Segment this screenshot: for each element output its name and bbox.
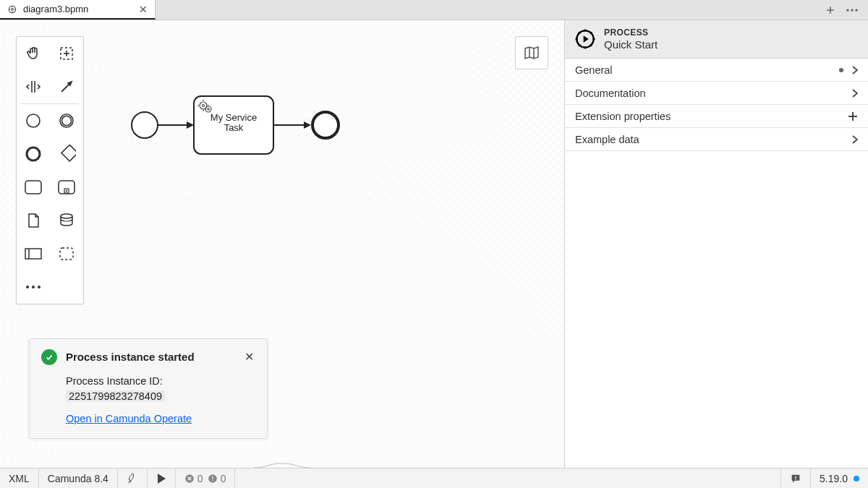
svg-point-20: [62, 116, 72, 126]
svg-point-1: [12, 8, 14, 10]
svg-marker-49: [304, 121, 311, 129]
global-connect-tool[interactable]: [50, 70, 83, 103]
create-group[interactable]: [50, 237, 83, 270]
tab-bar: diagram3.bpmn ✕: [0, 0, 868, 20]
svg-point-50: [312, 112, 339, 138]
status-bar: XML Camunda 8.4 0 0 5.19.0: [0, 468, 868, 488]
svg-point-8: [846, 9, 848, 11]
bpmn-diagram: My Service Task: [116, 89, 362, 163]
svg-rect-22: [61, 145, 76, 161]
process-icon: [575, 29, 595, 49]
svg-line-57: [579, 33, 580, 34]
hand-tool[interactable]: [17, 37, 50, 70]
view-xml-button[interactable]: XML: [0, 468, 39, 488]
create-start-event[interactable]: [17, 104, 50, 137]
panel-resize-handle[interactable]: [253, 462, 311, 466]
create-end-event[interactable]: [17, 137, 50, 171]
tab-overflow-button[interactable]: [845, 3, 859, 17]
run-button[interactable]: [148, 468, 176, 488]
warning-icon: [208, 474, 218, 484]
svg-line-60: [590, 33, 592, 34]
svg-point-9: [851, 9, 853, 11]
notification-toast: Process instance started ✕ Process Insta…: [29, 338, 268, 439]
svg-rect-31: [60, 248, 73, 260]
toast-title: Process instance started: [66, 351, 195, 363]
svg-point-10: [855, 9, 857, 11]
play-icon: [156, 473, 166, 484]
create-participant[interactable]: [17, 237, 50, 270]
svg-rect-29: [25, 249, 41, 259]
create-task[interactable]: [17, 171, 50, 204]
svg-point-34: [132, 112, 158, 138]
rocket-icon: [127, 473, 138, 484]
svg-marker-36: [187, 121, 194, 129]
svg-rect-70: [795, 476, 796, 478]
tab-label: diagram3.bpmn: [23, 4, 88, 14]
process-instance-id: 2251799823278409: [66, 390, 165, 402]
properties-panel: PROCESS Quick Start General Documentatio…: [564, 20, 868, 468]
tool-palette: [16, 36, 84, 304]
svg-point-28: [61, 214, 72, 218]
svg-marker-52: [584, 35, 589, 42]
problems-indicator[interactable]: 0 0: [176, 468, 236, 488]
section-extension-properties[interactable]: Extension properties: [565, 105, 868, 128]
version-indicator[interactable]: 5.19.0: [811, 468, 868, 488]
properties-header: PROCESS Quick Start: [565, 20, 868, 59]
feedback-icon: [790, 473, 801, 484]
add-icon[interactable]: [848, 111, 858, 121]
create-data-object[interactable]: [17, 204, 50, 237]
engine-selector[interactable]: Camunda 8.4: [39, 468, 118, 488]
svg-rect-68: [212, 476, 213, 479]
chevron-right-icon: [852, 89, 858, 98]
toast-id-label: Process Instance ID:: [66, 375, 163, 387]
space-tool[interactable]: [17, 70, 50, 103]
svg-rect-69: [212, 480, 213, 481]
deploy-button[interactable]: [118, 468, 148, 488]
svg-point-21: [27, 147, 40, 160]
bpmn-file-icon: [7, 4, 17, 14]
success-icon: [41, 349, 57, 365]
section-example-data[interactable]: Example data: [565, 128, 868, 151]
svg-line-59: [579, 44, 580, 46]
section-documentation[interactable]: Documentation: [565, 82, 868, 105]
svg-marker-63: [158, 474, 166, 484]
toast-close-button[interactable]: ✕: [242, 351, 255, 364]
svg-text:My Service: My Service: [210, 112, 257, 123]
create-data-store[interactable]: [50, 204, 83, 237]
section-general[interactable]: General: [565, 59, 868, 82]
modified-dot-icon: [839, 68, 843, 72]
chevron-right-icon: [852, 135, 858, 144]
end-event[interactable]: [312, 112, 339, 138]
svg-rect-71: [795, 479, 796, 479]
diagram-canvas[interactable]: My Service Task Process ins: [0, 20, 564, 468]
sequence-flow-2[interactable]: [273, 121, 311, 129]
sequence-flow-1[interactable]: [158, 121, 194, 129]
chevron-right-icon: [852, 66, 858, 74]
palette-more[interactable]: [17, 270, 50, 304]
lasso-tool[interactable]: [50, 37, 83, 70]
svg-text:Task: Task: [224, 122, 244, 133]
service-task[interactable]: My Service Task: [194, 96, 273, 154]
new-tab-button[interactable]: [823, 3, 838, 17]
svg-point-18: [27, 114, 40, 127]
create-subprocess[interactable]: [50, 171, 83, 204]
feedback-button[interactable]: [780, 468, 811, 488]
create-intermediate-event[interactable]: [50, 104, 83, 137]
element-type-label: PROCESS: [604, 27, 658, 38]
tab-diagram[interactable]: diagram3.bpmn ✕: [0, 0, 156, 20]
open-operate-link[interactable]: Open in Camunda Operate: [66, 411, 192, 427]
element-name-label: Quick Start: [604, 38, 658, 51]
svg-rect-23: [25, 181, 41, 194]
create-gateway[interactable]: [50, 137, 83, 171]
error-icon: [184, 474, 195, 484]
minimap-toggle[interactable]: [515, 36, 548, 69]
update-dot-icon: [854, 476, 859, 481]
start-event[interactable]: [132, 112, 158, 138]
svg-line-58: [590, 44, 592, 46]
tab-close-button[interactable]: ✕: [137, 4, 149, 15]
